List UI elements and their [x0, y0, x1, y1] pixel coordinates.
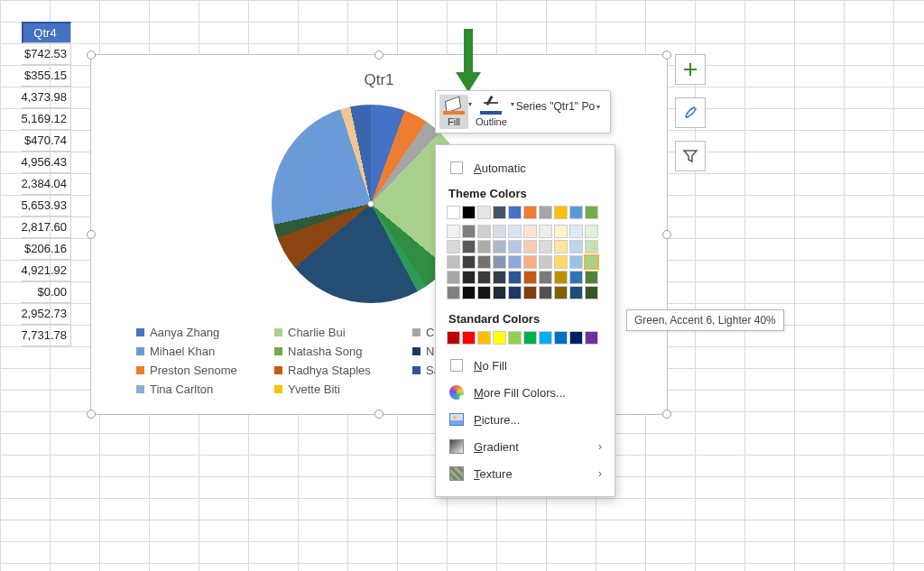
resize-handle[interactable]: [662, 410, 671, 419]
outline-button[interactable]: Outline ▾: [472, 95, 511, 129]
color-swatch[interactable]: [462, 271, 476, 284]
color-swatch[interactable]: [493, 271, 506, 284]
color-swatch[interactable]: [539, 255, 552, 269]
resize-handle[interactable]: [374, 410, 383, 419]
color-swatch[interactable]: [462, 240, 476, 253]
data-cell[interactable]: $0.00: [22, 281, 71, 303]
color-swatch[interactable]: [539, 240, 552, 253]
color-swatch[interactable]: [554, 240, 568, 253]
data-cell[interactable]: 4,921.92: [22, 260, 71, 281]
data-cell[interactable]: 5,653.93: [22, 195, 71, 216]
no-fill-option[interactable]: No Fill: [436, 352, 614, 379]
color-swatch[interactable]: [477, 331, 491, 345]
color-swatch[interactable]: [462, 331, 476, 345]
color-swatch[interactable]: [477, 240, 491, 253]
chart-filter-button[interactable]: [675, 141, 706, 171]
color-swatch[interactable]: [477, 225, 491, 238]
color-swatch[interactable]: [569, 286, 583, 299]
color-swatch[interactable]: [462, 206, 476, 219]
color-swatch[interactable]: [523, 225, 537, 238]
column-header-qtr4[interactable]: Qtr4: [22, 22, 71, 43]
color-swatch[interactable]: [585, 331, 598, 345]
color-swatch[interactable]: [477, 286, 491, 299]
color-swatch[interactable]: [493, 206, 506, 219]
legend-item[interactable]: Tina Carlton: [136, 382, 249, 396]
color-swatch[interactable]: [462, 225, 476, 238]
data-cell[interactable]: $206.16: [22, 238, 71, 260]
color-swatch[interactable]: [554, 225, 568, 238]
color-swatch[interactable]: [508, 240, 522, 253]
color-swatch[interactable]: [447, 286, 460, 299]
chevron-down-icon[interactable]: ▾: [595, 103, 600, 111]
resize-handle[interactable]: [87, 410, 96, 419]
color-swatch[interactable]: [508, 206, 522, 219]
chart-elements-button[interactable]: [675, 54, 706, 85]
color-swatch[interactable]: [539, 286, 552, 299]
color-swatch[interactable]: [569, 255, 583, 269]
fill-button[interactable]: Fill ▾: [439, 95, 468, 129]
color-swatch[interactable]: [493, 240, 506, 253]
picture-option[interactable]: Picture...: [436, 406, 614, 433]
color-swatch[interactable]: [539, 206, 552, 219]
color-swatch[interactable]: [493, 286, 506, 299]
data-cell[interactable]: 4,373.98: [22, 87, 71, 108]
color-swatch[interactable]: [585, 206, 598, 219]
color-swatch[interactable]: [569, 271, 583, 284]
resize-handle[interactable]: [87, 51, 96, 60]
chevron-down-icon[interactable]: ▾: [509, 100, 514, 108]
color-swatch[interactable]: [585, 225, 598, 238]
data-cell[interactable]: $742.53: [22, 43, 71, 65]
color-swatch[interactable]: [539, 331, 552, 345]
color-swatch[interactable]: [585, 240, 598, 253]
data-cell[interactable]: 4,956.43: [22, 152, 71, 173]
color-swatch[interactable]: [447, 255, 460, 269]
color-swatch[interactable]: [554, 206, 568, 219]
color-swatch[interactable]: [508, 225, 522, 238]
color-swatch[interactable]: [477, 271, 491, 284]
data-cell[interactable]: 2,817.60: [22, 216, 71, 238]
series-selector[interactable]: Series "Qtr1" Po ▾: [514, 95, 605, 118]
data-cell[interactable]: 2,384.04: [22, 173, 71, 195]
color-swatch[interactable]: [508, 331, 522, 345]
color-swatch[interactable]: [554, 255, 568, 269]
legend-item[interactable]: Preston Senome: [136, 364, 249, 377]
color-swatch[interactable]: [539, 271, 552, 284]
color-swatch[interactable]: [569, 240, 583, 253]
color-swatch[interactable]: [569, 206, 583, 219]
color-swatch[interactable]: [477, 255, 491, 269]
color-swatch[interactable]: [508, 286, 522, 299]
chart-styles-button[interactable]: [675, 97, 706, 128]
color-swatch[interactable]: [493, 331, 506, 345]
data-cell[interactable]: $470.74: [22, 130, 71, 152]
legend-item[interactable]: Radhya Staples: [274, 364, 387, 377]
color-swatch[interactable]: [447, 331, 460, 345]
legend-item[interactable]: Aanya Zhang: [136, 326, 249, 339]
color-swatch[interactable]: [447, 271, 460, 284]
data-cell[interactable]: 5,169.12: [22, 108, 71, 130]
color-swatch[interactable]: [554, 271, 568, 284]
color-swatch[interactable]: [523, 240, 537, 253]
texture-option[interactable]: Texture ›: [436, 460, 614, 487]
color-swatch[interactable]: [523, 331, 537, 345]
automatic-option[interactable]: Automatic: [436, 154, 614, 181]
legend-item[interactable]: Charlie Bui: [274, 326, 387, 339]
color-swatch[interactable]: [523, 255, 537, 269]
color-swatch[interactable]: [462, 255, 476, 269]
legend-item[interactable]: Yvette Biti: [274, 382, 387, 396]
color-swatch[interactable]: [462, 286, 476, 299]
resize-handle[interactable]: [662, 230, 671, 239]
color-swatch[interactable]: [523, 271, 537, 284]
resize-handle[interactable]: [662, 51, 671, 60]
color-swatch[interactable]: [585, 286, 598, 299]
color-swatch[interactable]: [523, 286, 537, 299]
color-swatch[interactable]: [523, 206, 537, 219]
color-swatch[interactable]: [493, 225, 506, 238]
color-swatch[interactable]: [569, 331, 583, 345]
color-swatch[interactable]: [477, 206, 491, 219]
color-swatch[interactable]: [585, 271, 598, 284]
resize-handle[interactable]: [87, 230, 96, 239]
chart-title[interactable]: Qtr1: [91, 55, 667, 89]
more-colors-option[interactable]: More Fill Colors...: [436, 379, 614, 406]
data-cell[interactable]: $355.15: [22, 65, 71, 87]
color-swatch[interactable]: [508, 255, 522, 269]
